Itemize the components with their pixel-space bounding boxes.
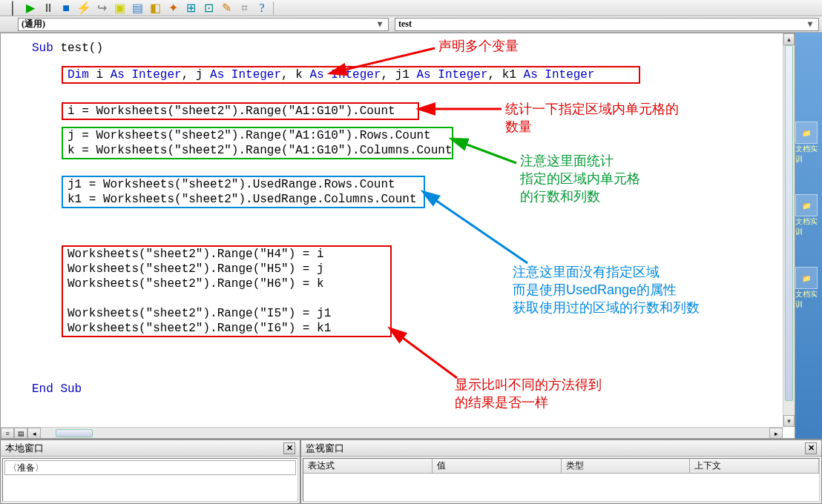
hscroll-thumb[interactable] [56, 429, 93, 437]
close-icon[interactable]: ✕ [283, 442, 295, 454]
annotation-usedrange: 注意这里面没有指定区域 而是使用UsedRange的属性 获取使用过的区域的行数… [513, 263, 700, 316]
code-dim: Dim i As Integer, j As Integer, k As Int… [68, 67, 634, 82]
watch-col-context[interactable]: 上下文 [690, 459, 819, 473]
code-line-j: j = Worksheets("sheet2").Range("A1:G10")… [68, 128, 447, 143]
code-editor[interactable]: Sub test() Dim i As Integer, j As Intege… [0, 33, 795, 439]
box-output: Worksheets("sheet2").Range("H4") = i Wor… [62, 245, 392, 337]
box-dim: Dim i As Integer, j As Integer, k As Int… [62, 66, 640, 84]
copy-icon[interactable]: ▤ [131, 1, 144, 15]
immediate-window-title: 本地窗口 [5, 442, 44, 455]
chevron-down-icon: ▾ [375, 19, 385, 30]
chevron-down-icon: ▾ [805, 19, 815, 30]
annotation-usedrange-l3: 获取使用过的区域的行数和列数 [513, 299, 700, 316]
toolbox-icon[interactable]: ✎ [220, 1, 233, 15]
code-line-h6: Worksheets("sheet2").Range("H6") = k [68, 276, 386, 291]
win1-icon[interactable]: ⊞ [184, 1, 197, 15]
close-icon[interactable]: ✕ [805, 442, 817, 454]
svg-line-4 [400, 336, 457, 378]
annotation-declare: 声明多个变量 [438, 37, 519, 55]
object-dropdown-value: (通用) [22, 18, 45, 30]
annotation-result-l2: 的结果是否一样 [455, 394, 602, 411]
desktop-label: 文档实训 [795, 144, 822, 165]
immediate-window-body[interactable]: 〈准备〉 [2, 458, 298, 502]
code-line-i5: Worksheets("sheet2").Range("I5") = j1 [68, 306, 386, 321]
vertical-scrollbar[interactable]: ▲ ▼ [783, 33, 795, 427]
annotation-rowscols-l1: 注意这里面统计 [520, 152, 640, 170]
procedure-dropdown[interactable]: test ▾ [395, 18, 819, 31]
code-content[interactable]: Sub test() Dim i As Integer, j As Intege… [1, 33, 795, 48]
watch-columns: 表达式 值 类型 上下文 [303, 459, 819, 474]
arrow-blue [427, 193, 531, 267]
annotation-result-l1: 显示比叫不同的方法得到 [455, 376, 602, 394]
separator-icon [273, 1, 286, 15]
code-blank [68, 291, 386, 306]
arrow-red-2 [424, 100, 505, 119]
annotation-rowscols-l2: 指定的区域内单元格 [520, 170, 640, 188]
box-count: i = Worksheets("sheet2").Range("A1:G10")… [62, 102, 419, 120]
svg-line-2 [463, 143, 516, 163]
code-line-i6: Worksheets("sheet2").Range("I6") = k1 [68, 321, 386, 336]
annotation-usedrange-l2: 而是使用UsedRange的属性 [513, 281, 700, 299]
step-icon[interactable]: ↪ [95, 1, 108, 15]
ocx-icon[interactable]: ⌗ [237, 1, 251, 15]
bookmark-icon[interactable]: ✦ [166, 1, 180, 15]
box-rows-cols: j = Worksheets("sheet2").Range("A1:G10")… [62, 127, 453, 159]
annotation-count-l2: 数量 [505, 118, 679, 136]
desktop-folder-icon[interactable]: 📁 [795, 194, 818, 216]
annotation-usedrange-l1: 注意这里面没有指定区域 [513, 263, 700, 281]
scroll-up-button[interactable]: ▲ [783, 33, 795, 45]
scroll-right-button[interactable]: ▸ [769, 428, 783, 439]
box-usedrange: j1 = Worksheets("sheet2").UsedRange.Rows… [62, 176, 425, 208]
immediate-field[interactable]: 〈准备〉 [4, 460, 296, 475]
annotation-result: 显示比叫不同的方法得到 的结果是否一样 [455, 376, 602, 411]
code-line-h5: Worksheets("sheet2").Range("H5") = j [68, 262, 386, 276]
immediate-window: 本地窗口 ✕ 〈准备〉 [0, 440, 300, 504]
scroll-thumb[interactable] [785, 45, 793, 401]
bottom-panels: 本地窗口 ✕ 〈准备〉 监视窗口 ✕ 表达式 值 类型 上下文 [0, 439, 822, 504]
desktop-folder-icon[interactable]: 📁 [795, 267, 818, 289]
desktop-sidebar: 📁 文档实训 📁 文档实训 📁 文档实训 [795, 33, 822, 439]
play-icon[interactable]: ▶ [24, 1, 37, 15]
watch-window-title: 监视窗口 [306, 442, 344, 455]
arrow-green [457, 137, 520, 167]
svg-line-3 [433, 199, 527, 263]
scroll-left-button[interactable]: ◂ [27, 428, 41, 439]
hscroll-track[interactable] [41, 428, 769, 438]
code-line-k1: k1 = Worksheets("sheet2").UsedRange.Colu… [68, 192, 419, 207]
object-procedure-bar: (通用) ▾ test ▾ [0, 16, 822, 33]
view-full-icon[interactable]: ≡ [1, 428, 14, 439]
project-icon[interactable]: ▣ [113, 1, 126, 15]
watch-window: 监视窗口 ✕ 表达式 值 类型 上下文 [300, 440, 822, 504]
desktop-label: 文档实训 [795, 216, 822, 237]
horizontal-scrollbar[interactable]: ≡ ▤ ◂ ▸ [1, 427, 783, 438]
code-line-h4: Worksheets("sheet2").Range("H4") = i [68, 247, 386, 262]
watch-col-expr[interactable]: 表达式 [303, 459, 433, 473]
code-line-j1: j1 = Worksheets("sheet2").UsedRange.Rows… [68, 177, 419, 192]
watch-col-type[interactable]: 类型 [562, 459, 691, 473]
watch-window-body[interactable]: 表达式 值 类型 上下文 [303, 458, 820, 502]
watch-col-value[interactable]: 值 [433, 459, 562, 473]
code-line-k: k = Worksheets("sheet2").Range("A1:G10")… [68, 143, 447, 158]
view-proc-icon[interactable]: ▤ [14, 428, 27, 439]
main-area: Sub test() Dim i As Integer, j As Intege… [0, 33, 822, 439]
procedure-dropdown-value: test [398, 19, 412, 30]
annotation-count-l1: 统计一下指定区域内单元格的 [505, 100, 679, 118]
debug-icon[interactable]: ⚡ [77, 1, 91, 15]
pause-icon[interactable]: ⏸ [42, 1, 55, 15]
annotation-count: 统计一下指定区域内单元格的 数量 [505, 100, 679, 136]
annotation-rowscols: 注意这里面统计 指定的区域内单元格 的行数和列数 [520, 152, 640, 205]
scroll-down-button[interactable]: ▼ [783, 415, 795, 427]
stop-icon[interactable]: ■ [59, 1, 73, 15]
desktop-folder-icon[interactable]: 📁 [795, 122, 818, 144]
immediate-window-header: 本地窗口 ✕ [1, 440, 300, 457]
win2-icon[interactable]: ⊡ [202, 1, 215, 15]
annotation-rowscols-l3: 的行数和列数 [520, 188, 640, 205]
code-sub-start: Sub test() [32, 41, 103, 56]
object-dropdown[interactable]: (通用) ▾ [18, 18, 389, 31]
desktop-label: 文档实训 [795, 289, 822, 310]
ref-icon[interactable]: ◧ [148, 1, 162, 15]
help-icon[interactable]: ? [255, 1, 269, 15]
code-sub-end: End Sub [32, 382, 82, 397]
separator-icon: │ [6, 1, 19, 15]
arrow-red-3 [394, 330, 461, 382]
